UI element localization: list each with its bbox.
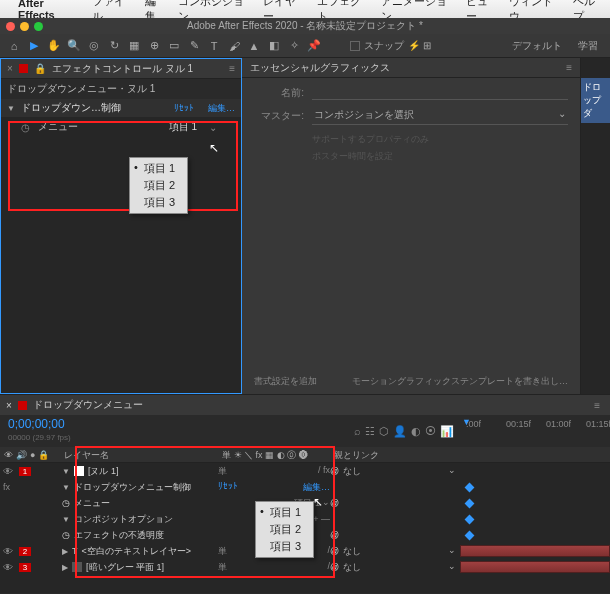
layer-index: 3 — [19, 563, 31, 572]
caret-down-icon[interactable]: ▼ — [62, 515, 70, 524]
time-ruler[interactable]: ▼ :00f 00:15f 01:00f 01:15f — [460, 415, 610, 447]
pickwhip-icon[interactable]: @ — [330, 466, 339, 476]
chevron-down-icon[interactable]: ⌄ — [322, 497, 330, 510]
eye-icon[interactable]: 👁 — [3, 546, 13, 557]
stopwatch-icon[interactable]: ◷ — [62, 498, 70, 508]
stopwatch-icon[interactable]: ◷ — [62, 530, 70, 540]
speaker-icon[interactable]: 🔊 — [16, 450, 27, 460]
anchor-tool-icon[interactable]: ⊕ — [146, 38, 162, 54]
zoom-tool-icon[interactable]: 🔍 — [66, 38, 82, 54]
caret-right-icon[interactable]: ▶ — [62, 547, 68, 556]
layer-bar[interactable] — [460, 561, 610, 573]
reset-link[interactable]: ﾘｾｯﾄ — [174, 103, 194, 113]
type-tool-icon[interactable]: T — [206, 38, 222, 54]
footer-action[interactable]: モーショングラフィックステンプレートを書き出し… — [352, 375, 568, 388]
master-select[interactable]: コンポジションを選択⌄ — [312, 106, 568, 125]
layer-row[interactable]: 👁1 ▼[ヌル 1] 単/ fx @なし⌄ — [0, 463, 610, 479]
col-parent: 親とリンク — [334, 450, 379, 460]
effect-header: ドロップダウンメニュー・ヌル 1 — [1, 79, 241, 99]
frame-blend-icon[interactable]: ◐ — [411, 425, 421, 438]
eye-icon[interactable]: 👁 — [3, 466, 13, 477]
panel-menu-icon[interactable]: ≡ — [229, 63, 235, 74]
layer-bar[interactable] — [460, 545, 610, 557]
search-icon[interactable]: ⌕ — [354, 425, 361, 437]
panel-menu-icon[interactable]: ≡ — [566, 62, 572, 73]
chevron-down-icon[interactable]: ⌄ — [205, 122, 221, 133]
master-label: マスター: — [254, 109, 304, 123]
keyframe-icon[interactable] — [465, 483, 475, 493]
panel-tab[interactable]: エッセンシャルグラフィックス ≡ — [242, 58, 580, 78]
snap-toggle[interactable]: スナップ⚡ ⊞ — [350, 39, 431, 53]
dropdown-item[interactable]: 項目 1 — [130, 160, 187, 177]
property-value[interactable]: 項目 1 — [169, 120, 197, 134]
rect-tool-icon[interactable]: ▭ — [166, 38, 182, 54]
roto-tool-icon[interactable]: ✧ — [286, 38, 302, 54]
layer-row[interactable]: 👁3 ▶[暗いグレー 平面 1] 単/ @なし⌄ — [0, 559, 610, 575]
effect-sub-row[interactable]: fx ▼ドロップダウンメニュー制御 ﾘｾｯﾄ編集… — [0, 479, 610, 495]
window-minimize-icon[interactable] — [20, 22, 29, 31]
footer-action[interactable]: 書式設定を追加 — [254, 375, 317, 388]
lock-icon[interactable]: 🔒 — [38, 450, 49, 460]
name-label: 名前: — [254, 86, 304, 100]
selection-tool-icon[interactable]: ▶ — [26, 38, 42, 54]
draft3d-icon[interactable]: ⬡ — [379, 425, 389, 438]
workspace-default[interactable]: デフォルト — [506, 39, 568, 53]
parent-select[interactable]: なし⌄ — [339, 545, 460, 558]
stopwatch-icon[interactable]: ◷ — [21, 122, 30, 133]
effect-row[interactable]: ▼ ドロップダウン…制御 ﾘｾｯﾄ 編集… — [1, 99, 241, 117]
eraser-tool-icon[interactable]: ◧ — [266, 38, 282, 54]
window-close-icon[interactable] — [6, 22, 15, 31]
solo-icon[interactable]: ● — [30, 450, 35, 460]
shy-icon[interactable]: 👤 — [393, 425, 407, 438]
workspace-learn[interactable]: 学習 — [572, 39, 604, 53]
tool-toolbar: ⌂ ▶ ✋ 🔍 ◎ ↻ ▦ ⊕ ▭ ✎ T 🖌 ▲ ◧ ✧ 📌 スナップ⚡ ⊞ … — [0, 34, 610, 58]
keyframe-icon[interactable] — [465, 515, 475, 525]
panel-menu-icon[interactable]: ≡ — [590, 400, 604, 411]
column-header: 👁🔊●🔒 レイヤー名 単 ☀ ＼ fx ▦ ◐ ⓪ ⓿ 親とリンク — [0, 447, 610, 463]
brush-tool-icon[interactable]: 🖌 — [226, 38, 242, 54]
orbit-tool-icon[interactable]: ◎ — [86, 38, 102, 54]
pickwhip-icon[interactable]: @ — [330, 546, 339, 556]
panel-tab[interactable]: × ドロップダウンメニュー ≡ — [0, 395, 610, 415]
home-icon[interactable]: ⌂ — [6, 38, 22, 54]
dropdown-item[interactable]: 項目 2 — [256, 521, 313, 538]
close-icon[interactable]: × — [7, 63, 13, 74]
lock-icon[interactable]: 🔒 — [34, 63, 46, 74]
timeline-panel: × ドロップダウンメニュー ≡ 0;00;00;00 00000 (29.97 … — [0, 394, 610, 594]
comp-flowchart-icon[interactable]: ☷ — [365, 425, 375, 438]
pickwhip-icon[interactable]: @ — [330, 530, 339, 540]
dropdown-item[interactable]: 項目 3 — [256, 538, 313, 555]
hand-tool-icon[interactable]: ✋ — [46, 38, 62, 54]
pickwhip-icon[interactable]: @ — [330, 498, 339, 508]
graph-icon[interactable]: 📊 — [440, 425, 454, 438]
side-tab[interactable]: ドロップダ — [581, 78, 610, 123]
pen-tool-icon[interactable]: ✎ — [186, 38, 202, 54]
caret-down-icon[interactable]: ▼ — [62, 483, 70, 492]
eye-icon[interactable]: 👁 — [4, 450, 13, 460]
dropdown-item[interactable]: 項目 2 — [130, 177, 187, 194]
puppet-tool-icon[interactable]: 📌 — [306, 38, 322, 54]
close-icon[interactable]: × — [6, 400, 12, 411]
name-input[interactable] — [312, 86, 568, 100]
camera-tool-icon[interactable]: ▦ — [126, 38, 142, 54]
rotate-tool-icon[interactable]: ↻ — [106, 38, 122, 54]
window-zoom-icon[interactable] — [34, 22, 43, 31]
pickwhip-icon[interactable]: @ — [330, 562, 339, 572]
eye-icon[interactable]: 👁 — [3, 562, 13, 573]
color-label-icon — [18, 401, 27, 410]
edit-link[interactable]: 編集… — [208, 102, 235, 115]
keyframe-icon[interactable] — [465, 499, 475, 509]
keyframe-icon[interactable] — [465, 531, 475, 541]
dropdown-item[interactable]: 項目 1 — [256, 504, 313, 521]
parent-select[interactable]: なし⌄ — [339, 561, 460, 574]
caret-right-icon[interactable]: ▶ — [62, 563, 68, 572]
caret-down-icon[interactable]: ▼ — [7, 104, 15, 113]
motion-blur-icon[interactable]: ⦿ — [425, 425, 436, 437]
panel-tab[interactable]: × 🔒 エフェクトコントロール ヌル 1 ≡ — [1, 59, 241, 79]
dropdown-item[interactable]: 項目 3 — [130, 194, 187, 211]
current-time[interactable]: 0;00;00;00 — [0, 415, 330, 433]
checkbox-icon[interactable] — [350, 41, 360, 51]
caret-down-icon[interactable]: ▼ — [62, 467, 70, 476]
parent-select[interactable]: なし⌄ — [339, 465, 460, 478]
stamp-tool-icon[interactable]: ▲ — [246, 38, 262, 54]
